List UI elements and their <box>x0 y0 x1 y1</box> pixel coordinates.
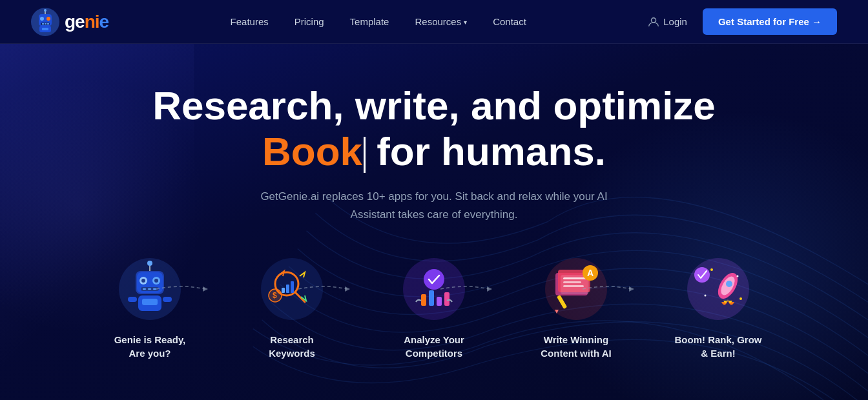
svg-point-67 <box>739 297 742 300</box>
svg-point-12 <box>652 17 656 22</box>
step-rank: Boom! Rank, Grow& Earn! <box>647 257 789 360</box>
svg-rect-11 <box>47 23 49 25</box>
svg-point-65 <box>737 275 739 277</box>
svg-rect-42 <box>421 294 426 306</box>
step-competitors-icon <box>402 257 466 321</box>
svg-rect-9 <box>42 23 44 25</box>
svg-point-66 <box>705 295 707 297</box>
svg-point-18 <box>141 279 145 283</box>
arrow-3 <box>440 283 492 295</box>
hero-subtitle: GetGenie.ai replaces 10+ apps for you. S… <box>253 188 615 225</box>
svg-marker-30 <box>203 286 208 292</box>
svg-text:$: $ <box>273 291 277 300</box>
svg-point-5 <box>44 9 46 12</box>
svg-point-25 <box>147 261 152 266</box>
nav-link-features[interactable]: Features <box>231 16 269 27</box>
get-started-button[interactable]: Get Started for Free → <box>703 8 837 35</box>
logo-wordmark: genie <box>65 12 108 32</box>
step-ready-icon <box>118 257 182 321</box>
svg-rect-43 <box>429 290 434 306</box>
svg-rect-29 <box>163 297 172 302</box>
arrow-2 <box>298 283 350 295</box>
svg-marker-39 <box>345 286 350 292</box>
step-rank-label: Boom! Rank, Grow& Earn! <box>674 333 761 360</box>
navbar: genie Features Pricing Template Resource… <box>0 0 868 44</box>
svg-rect-36 <box>291 281 294 293</box>
nav-link-pricing[interactable]: Pricing <box>294 16 324 27</box>
nav-item-pricing[interactable]: Pricing <box>294 16 324 28</box>
svg-rect-34 <box>282 288 285 293</box>
svg-rect-44 <box>437 297 442 306</box>
login-button[interactable]: Login <box>648 16 687 28</box>
svg-rect-27 <box>142 299 158 305</box>
hero-section: .wave-line { fill: none; stroke: rgba(59… <box>0 44 868 400</box>
svg-rect-21 <box>143 288 146 290</box>
step-keywords: $ ResearchKeywords <box>221 257 363 360</box>
svg-point-2 <box>40 17 44 21</box>
svg-rect-51 <box>563 277 586 279</box>
svg-point-64 <box>710 268 713 271</box>
user-icon <box>648 16 659 28</box>
chevron-down-icon: ▾ <box>464 19 467 26</box>
svg-point-59 <box>687 258 749 320</box>
step-competitors-label: Analyze YourCompetitors <box>404 333 464 360</box>
step-keywords-icon: $ <box>260 257 324 321</box>
nav-item-resources[interactable]: Resources ▾ <box>415 16 467 27</box>
nav-link-contact[interactable]: Contact <box>493 16 526 27</box>
svg-point-3 <box>46 17 50 21</box>
svg-rect-52 <box>563 281 581 283</box>
svg-text:A: A <box>587 268 594 278</box>
step-ready-label: Genie is Ready,Are you? <box>114 333 186 360</box>
nav-link-template[interactable]: Template <box>350 16 389 27</box>
svg-rect-35 <box>286 285 289 293</box>
svg-rect-53 <box>563 285 584 287</box>
svg-point-60 <box>694 267 710 283</box>
nav-item-contact[interactable]: Contact <box>493 16 526 28</box>
nav-links: Features Pricing Template Resources ▾ Co… <box>231 16 526 28</box>
step-ready: Genie is Ready,Are you? <box>79 257 221 360</box>
nav-item-template[interactable]: Template <box>350 16 389 28</box>
svg-rect-22 <box>148 288 151 290</box>
step-write-icon: A <box>544 257 608 321</box>
arrow-4 <box>583 283 634 295</box>
nav-item-features[interactable]: Features <box>231 16 269 28</box>
nav-link-resources[interactable]: Resources ▾ <box>415 16 467 27</box>
arrow-1 <box>156 283 208 295</box>
hero-title: Research, write, and optimize Book for h… <box>31 83 837 175</box>
svg-rect-10 <box>45 23 46 25</box>
svg-point-63 <box>726 281 732 287</box>
logo-icon <box>31 8 59 36</box>
step-write-label: Write WinningContent with AI <box>541 333 611 360</box>
svg-rect-28 <box>128 297 137 302</box>
step-write: A Write WinningContent with AI <box>505 257 647 360</box>
svg-marker-58 <box>629 286 634 292</box>
step-keywords-label: ResearchKeywords <box>269 333 315 360</box>
step-rank-icon <box>686 257 750 321</box>
logo[interactable]: genie <box>31 8 108 36</box>
rocket-illustration <box>686 257 750 321</box>
svg-rect-7 <box>42 28 48 30</box>
svg-marker-46 <box>487 286 492 292</box>
steps-row: Genie is Ready,Are you? <box>31 257 837 360</box>
step-competitors: Analyze YourCompetitors <box>363 257 505 360</box>
nav-right: Login Get Started for Free → <box>648 8 837 35</box>
